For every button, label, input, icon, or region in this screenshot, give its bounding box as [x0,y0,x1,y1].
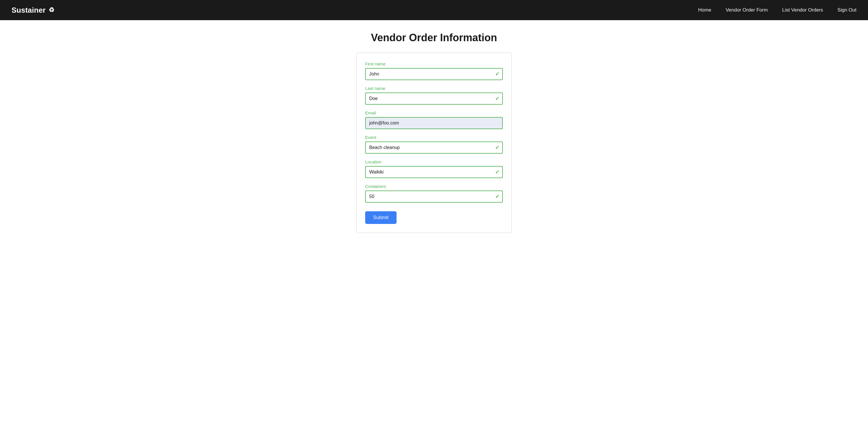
event-group: Event ✓ [365,135,503,154]
location-label: Location [365,159,503,164]
nav-sign-out-link[interactable]: Sign Out [837,7,857,13]
location-check-icon: ✓ [495,169,499,175]
form-card: First name ✓ Last name ✓ Email Event [356,53,512,233]
event-input[interactable] [365,142,503,154]
last-name-check-icon: ✓ [495,95,499,102]
email-input[interactable] [365,117,503,129]
nav-vendor-order-form-link[interactable]: Vendor Order Form [726,7,768,13]
last-name-label: Last name [365,86,503,91]
event-wrapper: ✓ [365,142,503,154]
brand-name: Sustainer [11,6,46,15]
location-input[interactable] [365,166,503,178]
first-name-check-icon: ✓ [495,71,499,77]
page-title: Vendor Order Information [371,32,497,44]
submit-button[interactable]: Submit [365,211,397,224]
first-name-label: First name [365,61,503,66]
main-content: Vendor Order Information First name ✓ La… [0,20,868,244]
last-name-wrapper: ✓ [365,92,503,105]
first-name-wrapper: ✓ [365,68,503,80]
event-label: Event [365,135,503,140]
containers-input[interactable] [365,190,503,203]
navbar: Sustainer ♻ Home Vendor Order Form List … [0,0,868,20]
email-wrapper [365,117,503,129]
event-check-icon: ✓ [495,144,499,151]
containers-wrapper: ✓ [365,190,503,203]
first-name-group: First name ✓ [365,61,503,80]
first-name-input[interactable] [365,68,503,80]
containers-group: Containers ✓ [365,184,503,203]
last-name-group: Last name ✓ [365,86,503,105]
email-group: Email [365,110,503,129]
brand-link[interactable]: Sustainer ♻ [11,6,55,15]
location-group: Location ✓ [365,159,503,178]
recycle-icon: ♻ [49,6,55,14]
nav-links: Home Vendor Order Form List Vendor Order… [698,7,857,13]
last-name-input[interactable] [365,92,503,105]
nav-list-vendor-orders-link[interactable]: List Vendor Orders [782,7,823,13]
email-label: Email [365,110,503,115]
containers-label: Containers [365,184,503,189]
location-wrapper: ✓ [365,166,503,178]
containers-check-icon: ✓ [495,194,499,200]
nav-home-link[interactable]: Home [698,7,711,13]
